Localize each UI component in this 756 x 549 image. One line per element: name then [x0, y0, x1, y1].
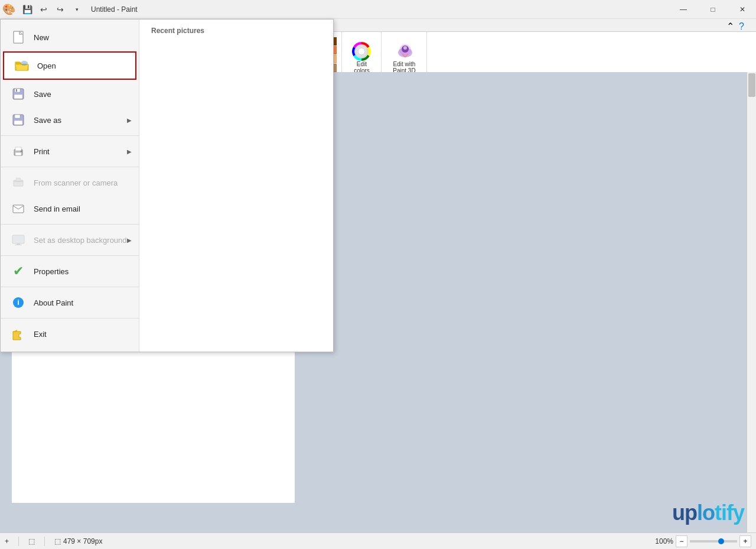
recent-label: Recent pictures	[146, 24, 326, 37]
file-menu-right: Recent pictures	[139, 20, 333, 352]
open-folder-icon	[14, 57, 30, 74]
separator-4	[1, 255, 139, 256]
svg-rect-14	[14, 121, 22, 125]
svg-rect-23	[12, 235, 24, 243]
quick-access-toolbar: 🎨 💾 ↩ ↪ ▾	[0, 2, 86, 17]
svg-rect-16	[15, 147, 21, 151]
help-button[interactable]: ?	[739, 21, 744, 32]
menu-item-email[interactable]: Send in email	[1, 196, 139, 222]
zoom-in-button[interactable]: +	[739, 535, 751, 547]
title-text: Untitled - Paint	[91, 5, 756, 14]
menu-item-desktop-bg: Set as desktop background ▶	[1, 227, 139, 253]
svg-point-5	[403, 46, 407, 50]
zoom-label: 100%	[655, 537, 673, 545]
edit-colors-button[interactable]: Edit colors	[347, 40, 376, 76]
menu-item-scanner: From scanner or camera	[1, 170, 139, 196]
desktop-bg-icon	[10, 232, 27, 248]
properties-label: Properties	[34, 267, 69, 276]
minimize-button[interactable]: —	[670, 0, 697, 19]
status-sep-2	[44, 537, 45, 546]
menu-item-properties[interactable]: ✔ Properties	[1, 258, 139, 284]
email-label: Send in email	[34, 204, 80, 213]
zoom-out-button[interactable]: −	[676, 535, 687, 547]
svg-rect-24	[17, 243, 20, 245]
add-icon: +	[5, 537, 9, 545]
window-controls: — □ ✕	[670, 0, 756, 19]
new-file-icon	[10, 29, 27, 46]
separator-2	[1, 167, 139, 167]
zoom-area: 100% − +	[655, 535, 751, 547]
redo-button[interactable]: ↪	[53, 2, 67, 17]
paint3d-button[interactable]: Edit with Paint 3D	[386, 40, 422, 76]
watermark: uplotify	[672, 501, 744, 525]
svg-rect-17	[15, 152, 21, 155]
new-label: New	[34, 33, 49, 42]
menu-item-about[interactable]: i About Paint	[1, 290, 139, 316]
watermark-text-2: lo	[697, 501, 715, 525]
collapse-ribbon-button[interactable]: ⌃	[726, 21, 734, 32]
save-as-label: Save as	[34, 116, 61, 125]
svg-rect-11	[16, 89, 17, 92]
print-arrow: ▶	[127, 148, 132, 155]
zoom-slider[interactable]	[690, 540, 737, 542]
save-quick-button[interactable]: 💾	[20, 2, 34, 17]
scanner-label: From scanner or camera	[34, 178, 118, 187]
menu-item-save[interactable]: Save	[1, 81, 139, 107]
save-as-arrow: ▶	[127, 117, 132, 124]
select-item[interactable]: ⬚	[28, 537, 35, 545]
edit-colors-icon	[352, 42, 371, 61]
status-bar: + ⬚ ⬚ 479 × 709px 100% − +	[0, 532, 756, 549]
save-label: Save	[34, 90, 51, 99]
desktop-bg-arrow: ▶	[127, 237, 132, 243]
select-icon: ⬚	[28, 537, 35, 545]
svg-rect-25	[15, 245, 22, 245]
print-label: Print	[34, 147, 50, 156]
vertical-scrollbar[interactable]	[747, 72, 756, 532]
properties-icon: ✔	[10, 263, 27, 280]
about-label: About Paint	[34, 298, 73, 307]
separator-5	[1, 287, 139, 287]
open-label: Open	[37, 61, 56, 70]
menu-item-exit[interactable]: Exit	[1, 321, 139, 347]
add-item[interactable]: +	[5, 537, 9, 545]
scrollbar-thumb[interactable]	[748, 73, 755, 97]
paint-icon: 🎨	[2, 3, 15, 16]
separator-6	[1, 318, 139, 319]
separator-1	[1, 135, 139, 136]
file-menu: New Open	[0, 19, 334, 352]
watermark-text-1: up	[672, 501, 697, 525]
save-icon	[10, 86, 27, 102]
svg-rect-9	[15, 89, 20, 92]
dimensions-icon: ⬚	[54, 537, 61, 545]
exit-icon	[10, 326, 27, 342]
maximize-button[interactable]: □	[699, 0, 726, 19]
menu-item-print[interactable]: Print ▶	[1, 138, 139, 164]
svg-point-7	[21, 61, 28, 66]
email-icon	[10, 200, 27, 217]
menu-item-open[interactable]: Open	[3, 51, 136, 80]
quick-access-dropdown[interactable]: ▾	[70, 2, 84, 17]
svg-rect-21	[16, 178, 21, 181]
menu-item-new[interactable]: New	[1, 24, 139, 50]
file-menu-left: New Open	[1, 20, 139, 352]
menu-item-save-as[interactable]: Save as ▶	[1, 107, 139, 133]
zoom-slider-thumb[interactable]	[718, 538, 724, 544]
svg-rect-13	[15, 115, 20, 118]
svg-point-18	[21, 151, 22, 152]
svg-rect-10	[14, 95, 22, 99]
title-bar: 🎨 💾 ↩ ↪ ▾ Untitled - Paint — □ ✕	[0, 0, 756, 19]
desktop-bg-label: Set as desktop background	[34, 236, 127, 245]
close-button[interactable]: ✕	[729, 0, 756, 19]
scanner-icon	[10, 174, 27, 191]
dimensions-text: 479 × 709px	[63, 537, 102, 545]
svg-point-1	[358, 48, 365, 55]
watermark-text-3: tify	[715, 501, 744, 525]
undo-button[interactable]: ↩	[37, 2, 51, 17]
separator-3	[1, 224, 139, 225]
about-icon: i	[10, 294, 27, 311]
save-as-icon	[10, 112, 27, 128]
status-sep-1	[18, 537, 19, 546]
dimensions-item: ⬚ 479 × 709px	[54, 537, 102, 545]
paint3d-icon	[395, 42, 413, 61]
exit-label: Exit	[34, 330, 47, 339]
